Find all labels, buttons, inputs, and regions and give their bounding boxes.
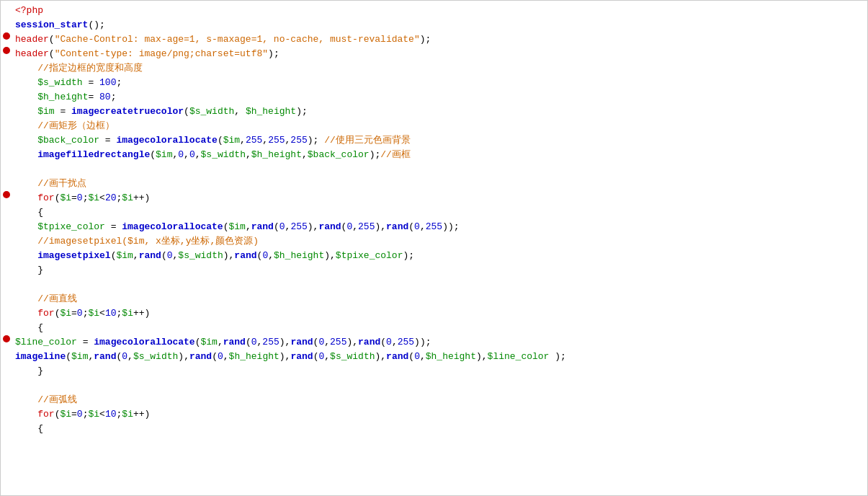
code-text-28: //画弧线 (11, 393, 77, 407)
code-line-1: <?php (1, 4, 867, 18)
code-text-5: //指定边框的宽度和高度 (11, 61, 143, 76)
code-line-9: //画矩形（边框） (1, 119, 867, 133)
code-text-16: $tpixe_color = imagecolorallocate($im,ra… (11, 220, 460, 234)
code-text-2: session_start(); (11, 18, 105, 32)
code-line-24: $line_color = imagecolorallocate($im,ran… (1, 335, 867, 350)
code-text-23: { (11, 321, 43, 335)
code-line-28: //画弧线 (1, 393, 867, 407)
code-line-11: imagefilledrectangle($im,0,0,$s_width,$h… (1, 148, 867, 162)
code-line-7: $h_height= 80; (1, 90, 867, 105)
code-text-7: $h_height= 80; (11, 90, 116, 105)
code-text-30: { (11, 422, 43, 436)
code-text-4: header("Content-type: image/png;charset=… (11, 47, 279, 61)
code-text-22: for($i=0;$i<10;$i++) (11, 306, 150, 321)
code-text-18: imagesetpixel($im,rand(0,$s_width),rand(… (11, 249, 414, 263)
code-text-21: //画直线 (11, 292, 77, 306)
code-line-30: { (1, 422, 867, 436)
code-editor: <?php session_start(); header("Cache-Con… (0, 0, 868, 496)
code-line-13: //画干扰点 (1, 177, 867, 191)
code-line-14: for($i=0;$i<20;$i++) (1, 191, 867, 205)
code-text-15: { (11, 205, 43, 220)
code-text-24: $line_color = imagecolorallocate($im,ran… (11, 335, 431, 350)
code-line-15: { (1, 205, 867, 220)
code-text-8: $im = imagecreatetruecolor($s_width, $h_… (11, 105, 308, 119)
breakpoint-3 (3, 32, 10, 40)
code-text-29: for($i=0;$i<10;$i++) (11, 407, 150, 422)
code-text-14: for($i=0;$i<20;$i++) (11, 191, 150, 205)
breakpoint-4 (3, 47, 10, 54)
code-line-26: } (1, 364, 867, 378)
code-line-10: $back_color = imagecolorallocate($im,255… (1, 133, 867, 148)
code-text-1: <?php (11, 4, 43, 18)
code-line-22: for($i=0;$i<10;$i++) (1, 306, 867, 321)
breakpoint-24 (3, 335, 10, 342)
code-text-6: $s_width = 100; (11, 76, 122, 90)
code-line-12 (1, 162, 867, 177)
code-text-3: header("Cache-Control: max-age=1, s-maxa… (11, 32, 431, 47)
code-line-18: imagesetpixel($im,rand(0,$s_width),rand(… (1, 249, 867, 263)
code-text-20 (11, 278, 21, 292)
code-text-10: $back_color = imagecolorallocate($im,255… (11, 133, 411, 148)
code-line-29: for($i=0;$i<10;$i++) (1, 407, 867, 422)
code-line-16: $tpixe_color = imagecolorallocate($im,ra… (1, 220, 867, 234)
code-line-2: session_start(); (1, 18, 867, 32)
code-line-21: //画直线 (1, 292, 867, 306)
code-text-9: //画矩形（边框） (11, 119, 115, 133)
code-text-11: imagefilledrectangle($im,0,0,$s_width,$h… (11, 148, 411, 162)
code-line-8: $im = imagecreatetruecolor($s_width, $h_… (1, 105, 867, 119)
code-line-25: imageline($im,rand(0,$s_width),rand(0,$h… (1, 350, 867, 364)
code-line-17: //imagesetpixel($im, x坐标,y坐标,颜色资源) (1, 234, 867, 249)
code-text-13: //画干扰点 (11, 177, 86, 191)
code-line-27 (1, 378, 867, 393)
code-text-26: } (11, 364, 43, 378)
code-line-23: { (1, 321, 867, 335)
gutter-24 (2, 335, 11, 342)
code-line-3: header("Cache-Control: max-age=1, s-maxa… (1, 32, 867, 47)
code-text-27 (11, 378, 21, 393)
gutter-3 (2, 32, 11, 40)
code-line-4: header("Content-type: image/png;charset=… (1, 47, 867, 61)
code-line-6: $s_width = 100; (1, 76, 867, 90)
gutter-4 (2, 47, 11, 54)
code-text-12 (11, 162, 21, 177)
gutter-14 (2, 191, 11, 198)
code-text-17: //imagesetpixel($im, x坐标,y坐标,颜色资源) (11, 234, 259, 249)
breakpoint-14 (3, 191, 10, 198)
code-text-25: imageline($im,rand(0,$s_width),rand(0,$h… (11, 350, 566, 364)
code-line-5: //指定边框的宽度和高度 (1, 61, 867, 76)
code-line-19: } (1, 263, 867, 278)
code-text-19: } (11, 263, 43, 278)
code-line-20 (1, 278, 867, 292)
